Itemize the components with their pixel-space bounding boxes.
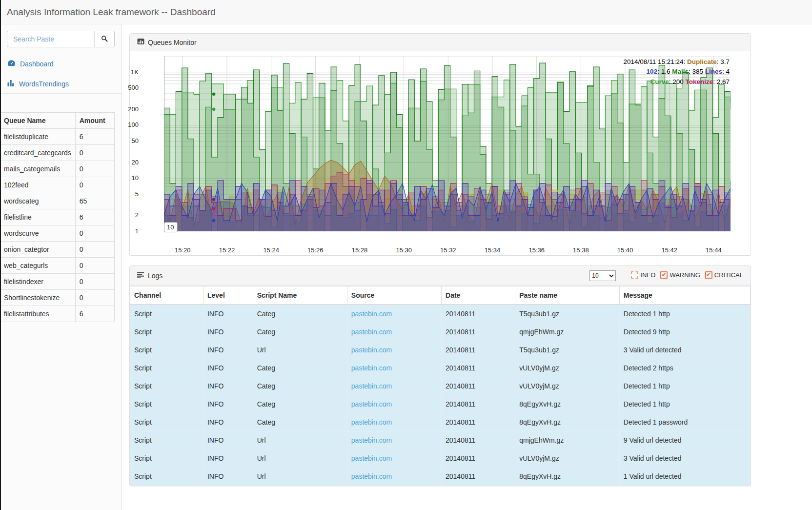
log-cell-source: pastebin.com bbox=[347, 395, 441, 413]
queue-table-body: filelistduplicate6creditcard_categcards0… bbox=[0, 129, 115, 322]
queue-table-row: filelistattributes6 bbox=[0, 306, 115, 322]
log-cell-message: 3 Valid url detected bbox=[619, 341, 750, 359]
filter-critical[interactable]: CRITICAL bbox=[705, 271, 743, 279]
log-cell-source: pastebin.com bbox=[347, 305, 441, 323]
log-count-select[interactable]: 10 bbox=[589, 270, 616, 281]
legend-series-name: Duplicate bbox=[687, 58, 717, 65]
queue-amount-cell: 6 bbox=[75, 209, 114, 225]
queue-name-cell: filelistduplicate bbox=[0, 129, 75, 145]
log-cell-date: 20140811 bbox=[442, 305, 515, 323]
logs-column-header: Message bbox=[619, 286, 750, 305]
queues-chart-body: 2014/08/11 15:21:24: Duplicate: 3.7102: … bbox=[130, 51, 751, 255]
log-cell-source: pastebin.com bbox=[347, 431, 441, 449]
x-axis-tick-label: 15:20 bbox=[172, 246, 193, 254]
x-axis-tick-label: 15:40 bbox=[614, 246, 636, 254]
log-cell-script-name: Url bbox=[253, 468, 347, 486]
y-axis-tick-label: 2 bbox=[119, 211, 139, 219]
queue-name-cell: filelistline bbox=[0, 209, 75, 225]
bar-chart-icon bbox=[7, 80, 15, 88]
source-link[interactable]: pastebin.com bbox=[351, 454, 392, 462]
queue-name-cell: onion_categtor bbox=[0, 242, 75, 258]
queue-amount-cell: 0 bbox=[75, 258, 114, 274]
legend-series-name: Tokenize bbox=[685, 78, 713, 85]
logs-table-body: ScriptINFOCategpastebin.com20140811T5qu3… bbox=[130, 305, 751, 486]
x-axis-tick-label: 15:34 bbox=[482, 246, 503, 254]
queues-chart-plot[interactable]: 2014/08/11 15:21:24: Duplicate: 3.7102: … bbox=[164, 56, 731, 231]
source-link[interactable]: pastebin.com bbox=[351, 418, 392, 426]
logs-column-header: Level bbox=[203, 286, 253, 305]
log-cell-message: Detected 1 http bbox=[619, 305, 750, 323]
checkbox-checked-icon[interactable] bbox=[660, 271, 668, 279]
queue-table-row: filelistline6 bbox=[0, 209, 115, 225]
log-cell-date: 20140811 bbox=[442, 431, 515, 449]
list-lines-icon bbox=[137, 272, 144, 280]
logs-panel: Logs 10 INFOWARNINGCRITICAL ChannelLevel… bbox=[129, 265, 751, 486]
source-link[interactable]: pastebin.com bbox=[351, 436, 392, 444]
search-input[interactable] bbox=[7, 31, 94, 47]
x-axis-tick-label: 15:22 bbox=[216, 246, 238, 254]
y-axis-tick-label: 5 bbox=[119, 190, 139, 198]
roll-period-input[interactable] bbox=[164, 222, 178, 232]
sidebar: Dashboard WordsTrendings Queue Name Amou… bbox=[0, 24, 122, 510]
logs-heading: Logs 10 INFOWARNINGCRITICAL bbox=[130, 266, 751, 286]
log-cell-paste-name: 8qEgyXvH.gz bbox=[515, 395, 620, 413]
queue-table-row: creditcard_categcards0 bbox=[0, 145, 115, 161]
queues-monitor-heading: Queues Monitor bbox=[130, 34, 751, 51]
x-axis-tick-label: 15:38 bbox=[570, 246, 591, 254]
queue-table-row: wordscurve0 bbox=[0, 225, 115, 242]
legend-line: 2014/08/11 15:21:24: Duplicate: 3.7 bbox=[624, 57, 730, 67]
log-cell-level: INFO bbox=[203, 341, 253, 359]
y-axis-tick-label: 50 bbox=[119, 137, 139, 144]
chart-legend: 2014/08/11 15:21:24: Duplicate: 3.7102: … bbox=[624, 57, 730, 87]
log-cell-date: 20140811 bbox=[442, 395, 515, 413]
log-cell-paste-name: T5qu3ub1.gz bbox=[515, 341, 620, 359]
queue-amount-cell: 0 bbox=[75, 177, 114, 193]
log-row: ScriptINFOCategpastebin.com20140811qmjgE… bbox=[130, 323, 751, 341]
log-cell-script-name: Categ bbox=[253, 377, 347, 395]
log-cell-message: Detected 1 http bbox=[619, 377, 750, 395]
logs-column-header: Channel bbox=[130, 286, 203, 305]
log-cell-message: 3 Valid url detected bbox=[619, 449, 750, 468]
y-axis-tick-label: 100 bbox=[119, 121, 139, 128]
legend-line: 102: 1.6 Mails: 385 Lines: 4 bbox=[624, 67, 730, 77]
queue-name-cell: 102feed bbox=[0, 177, 75, 193]
queue-table-row: wordscateg65 bbox=[0, 193, 115, 209]
sidebar-item-label: WordsTrendings bbox=[19, 80, 69, 88]
x-axis-tick-label: 15:44 bbox=[703, 246, 724, 254]
queue-name-cell: Shortlinestokenize bbox=[0, 290, 75, 306]
x-axis-tick-label: 15:42 bbox=[659, 246, 680, 254]
sidebar-item-dashboard[interactable]: Dashboard bbox=[0, 54, 122, 74]
queue-name-cell: wordscurve bbox=[0, 225, 75, 242]
main-content: Queues Monitor 2014/08/11 15:21:24: Dupl… bbox=[122, 24, 812, 510]
sidebar-item-wordstrendings[interactable]: WordsTrendings bbox=[0, 74, 122, 94]
log-cell-paste-name: 8qEgyXvH.gz bbox=[515, 468, 620, 486]
filter-label: WARNING bbox=[670, 271, 700, 279]
source-link[interactable]: pastebin.com bbox=[351, 310, 392, 318]
log-cell-paste-name: vULV0yjM.gz bbox=[515, 377, 620, 395]
checkbox-checked-icon[interactable] bbox=[705, 271, 712, 279]
screenshot-left-edge bbox=[0, 0, 1, 510]
log-cell-level: INFO bbox=[203, 377, 253, 395]
log-level-filters: INFOWARNINGCRITICAL bbox=[626, 271, 743, 280]
filter-warning[interactable]: WARNING bbox=[660, 271, 700, 279]
source-link[interactable]: pastebin.com bbox=[351, 328, 392, 336]
log-cell-level: INFO bbox=[203, 413, 253, 431]
checkbox-unchecked-icon[interactable] bbox=[631, 271, 638, 279]
source-link[interactable]: pastebin.com bbox=[351, 346, 392, 354]
search-button[interactable] bbox=[94, 31, 115, 47]
queue-amount-cell: 0 bbox=[75, 145, 114, 161]
y-axis-tick-label: 500 bbox=[119, 84, 139, 91]
filter-label: CRITICAL bbox=[714, 271, 743, 279]
filter-info[interactable]: INFO bbox=[631, 271, 655, 279]
panel-title: Queues Monitor bbox=[148, 39, 197, 46]
x-axis-tick-label: 15:24 bbox=[261, 246, 282, 254]
source-link[interactable]: pastebin.com bbox=[351, 364, 392, 372]
legend-series-name: 102 bbox=[647, 68, 658, 75]
search-group bbox=[0, 24, 122, 54]
queue-table-row: onion_categtor0 bbox=[0, 242, 115, 258]
log-cell-source: pastebin.com bbox=[347, 449, 441, 468]
source-link[interactable]: pastebin.com bbox=[351, 382, 392, 390]
source-link[interactable]: pastebin.com bbox=[351, 400, 392, 408]
source-link[interactable]: pastebin.com bbox=[351, 472, 392, 480]
log-cell-channel: Script bbox=[130, 449, 203, 468]
